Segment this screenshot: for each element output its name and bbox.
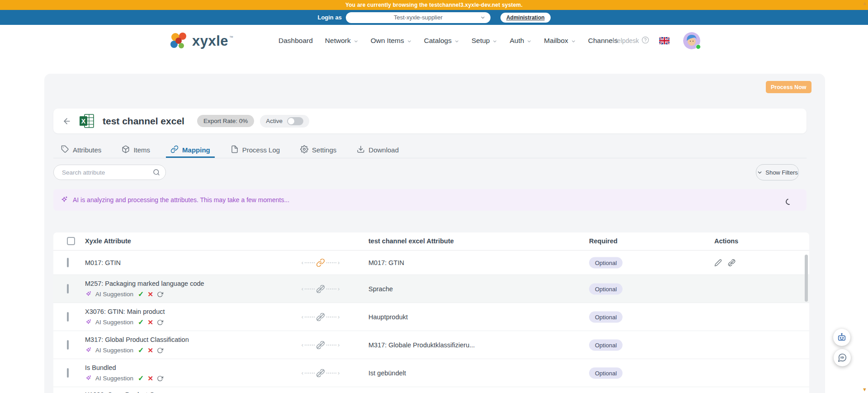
dotted-line [305,317,315,317]
refresh-suggestion-button[interactable] [157,291,163,298]
table-row: M317: Global Product Classification AI S… [53,331,809,359]
tenant-select[interactable]: Test-xyxle-supplier [346,12,491,23]
tab-download[interactable]: Download [357,142,399,158]
mapping-connector: ‹ › [297,313,344,322]
nav-item-own-items[interactable]: Own Items [371,37,412,45]
tab-settings[interactable]: Settings [300,142,336,158]
language-flag-icon[interactable] [659,37,670,44]
row-checkbox[interactable] [67,258,69,267]
select-all-checkbox[interactable] [67,237,75,245]
accept-suggestion-button[interactable]: ✓ [138,347,144,354]
chevron-down-icon [407,39,412,44]
chevron-down-icon [571,39,576,44]
brand-trademark: ™ [229,35,233,40]
tab-items[interactable]: Items [122,142,150,158]
login-as-label: Login as [317,14,341,21]
accept-suggestion-button[interactable]: ✓ [138,319,144,326]
app-screen: You are currently browsing the testchann… [0,0,868,393]
row-checkbox[interactable] [67,368,69,378]
column-header-target: test channel excel Attribute [368,232,454,250]
unlink-icon[interactable] [316,341,325,350]
show-filters-button[interactable]: Show Filters [756,164,799,180]
ai-suggestion-label: AI Suggestion [95,319,133,326]
tab-mapping[interactable]: Mapping [170,142,210,158]
arrow-left-cap: ‹ [302,370,303,376]
row-checkbox[interactable] [67,312,69,322]
brand-wordmark: xyxle [192,32,228,50]
ai-suggestion-row: AI Suggestion ✓ ✕ [85,291,204,298]
source-attribute-label: X1006: Coop Product Group [85,391,168,393]
edit-icon[interactable] [714,259,722,266]
target-attribute-label: Hauptprodukt [368,313,408,321]
chat-launcher-button[interactable] [834,349,851,366]
ai-suggestion-row: AI Suggestion ✓ ✕ [85,319,165,326]
mapping-connector: ‹ › [297,284,344,294]
refresh-suggestion-button[interactable] [157,347,163,354]
sparkle-icon [85,319,92,326]
arrow-right-cap: › [338,370,340,376]
ai-suggestion-label: AI Suggestion [95,375,133,382]
administration-button[interactable]: Administration [500,13,551,23]
accept-suggestion-button[interactable]: ✓ [138,375,144,382]
nav-item-network[interactable]: Network [325,37,359,45]
toggle-knob [288,118,294,124]
nav-item-catalogs[interactable]: Catalogs [424,37,459,45]
chevron-down-icon [480,15,486,22]
back-arrow-icon[interactable] [62,117,71,126]
process-now-button[interactable]: Process Now [766,81,811,93]
dotted-line [326,262,336,263]
table-row: Is Bundled AI Suggestion ✓ ✕ ‹ › Ist geb… [53,359,809,387]
dotted-line [305,289,315,289]
required-badge: Optional [589,339,623,350]
ai-suggestion-row: AI Suggestion ✓ ✕ [85,375,163,382]
unlink-icon[interactable] [316,284,325,294]
accept-suggestion-button[interactable]: ✓ [138,291,144,298]
sparkle-icon [85,375,92,382]
unlink-icon[interactable] [728,259,736,266]
tab-attributes[interactable]: Attributes [61,142,101,158]
search-input[interactable] [61,169,153,176]
attribute-search [53,165,166,180]
reject-suggestion-button[interactable]: ✕ [147,347,153,354]
nav-item-auth[interactable]: Auth [509,37,532,45]
required-badge: Optional [589,283,623,294]
row-checkbox[interactable] [67,284,69,294]
scroll-down-arrow[interactable]: ▼ [862,387,867,392]
target-attribute-label: M017: GTIN [368,259,404,266]
unlink-icon[interactable] [316,313,325,322]
unlink-icon[interactable] [316,369,325,378]
sparkle-icon [60,196,68,204]
source-attribute-label: M017: GTIN [85,259,121,266]
table-header-row: Xyxle Attribute test channel excel Attri… [53,232,809,251]
reject-suggestion-button[interactable]: ✕ [147,375,153,382]
box-icon [122,145,130,155]
question-circle-icon [642,36,649,45]
tab-process-log[interactable]: Process Log [231,142,280,158]
refresh-suggestion-button[interactable] [157,319,163,326]
active-toggle-label: Active [266,118,283,124]
nav-item-setup[interactable]: Setup [472,37,498,45]
helpdesk-link[interactable]: Helpdesk [613,36,649,45]
chatbot-launcher-button[interactable] [833,329,850,346]
mapping-connector: ‹ › [297,258,344,267]
active-toggle[interactable] [287,117,303,125]
refresh-suggestion-button[interactable] [157,375,163,382]
user-avatar[interactable] [683,32,700,49]
reject-suggestion-button[interactable]: ✕ [147,291,153,298]
row-checkbox[interactable] [67,340,69,350]
ai-suggestion-row: AI Suggestion ✓ ✕ [85,347,189,354]
nav-item-dashboard[interactable]: Dashboard [278,37,313,45]
chevron-down-icon [757,170,763,175]
ai-suggestion-label: AI Suggestion [95,291,133,298]
link-icon[interactable] [316,258,325,267]
admin-bar: Login as Test-xyxle-supplier Administrat… [0,10,868,25]
scroll-up-arrow[interactable]: ▲ [862,1,867,6]
file-icon [231,145,239,155]
table-scrollbar-thumb[interactable] [805,255,808,302]
arrow-right-cap: › [338,314,340,320]
nav-item-mailbox[interactable]: Mailbox [544,37,576,45]
reject-suggestion-button[interactable]: ✕ [147,319,153,326]
search-icon[interactable] [153,169,160,176]
brand-logo[interactable]: xyxle ™ [169,32,233,52]
table-row: X3076: GTIN: Main product AI Suggestion … [53,303,809,331]
